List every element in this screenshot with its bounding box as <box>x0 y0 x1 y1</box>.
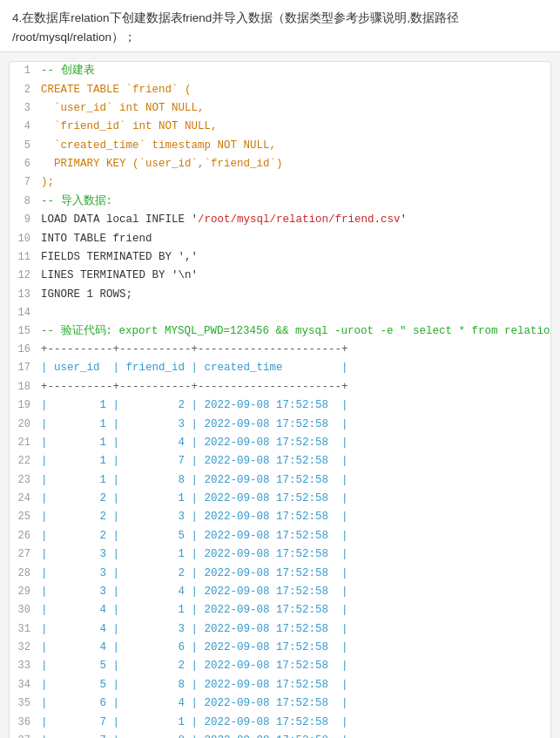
line-code: | 7 | 1 | 2022-09-08 17:52:58 | <box>37 714 551 732</box>
code-line: 35| 6 | 4 | 2022-09-08 17:52:58 | <box>10 694 551 713</box>
line-code: | 1 | 3 | 2022-09-08 17:52:58 | <box>37 416 551 434</box>
code-token: | 3 | 4 | 2022-09-08 17:52:58 | <box>41 586 348 598</box>
line-code: LINES TERMINATED BY '\n' <box>37 267 551 285</box>
code-line: 37| 7 | 8 | 2022-09-08 17:52:58 | <box>10 732 551 738</box>
line-code: `user_id` int NOT NULL, <box>37 99 551 118</box>
code-line: 7); <box>10 173 551 192</box>
line-number: 26 <box>10 527 37 545</box>
line-code: FIELDS TERMINATED BY ',' <box>37 248 551 267</box>
line-code: PRIMARY KEY (`user_id`,`friend_id`) <box>37 155 551 173</box>
code-token: | 4 | 6 | 2022-09-08 17:52:58 | <box>41 641 348 653</box>
code-token: -- 导入数据: <box>41 195 112 207</box>
line-code: | 6 | 4 | 2022-09-08 17:52:58 | <box>37 694 551 713</box>
line-code: | user_id | friend_id | created_time | <box>37 359 551 377</box>
code-line: 10INTO TABLE friend <box>10 230 551 248</box>
line-number: 23 <box>10 471 37 490</box>
code-token: -- 验证代码: export MYSQL_PWD=123456 && mysq… <box>41 325 551 337</box>
code-line: 19| 1 | 2 | 2022-09-08 17:52:58 | <box>10 396 551 415</box>
line-code: | 3 | 2 | 2022-09-08 17:52:58 | <box>37 565 551 583</box>
line-code: +----------+-----------+----------------… <box>37 378 551 396</box>
line-number: 28 <box>10 565 37 583</box>
code-line: 24| 2 | 1 | 2022-09-08 17:52:58 | <box>10 490 551 508</box>
line-code: | 3 | 1 | 2022-09-08 17:52:58 | <box>37 545 551 564</box>
line-number: 10 <box>10 230 37 248</box>
line-code: `created_time` timestamp NOT NULL, <box>37 137 551 155</box>
line-code: | 7 | 8 | 2022-09-08 17:52:58 | <box>37 732 551 738</box>
line-number: 31 <box>10 620 37 639</box>
line-code: -- 验证代码: export MYSQL_PWD=123456 && mysq… <box>37 322 551 341</box>
code-line: 36| 7 | 1 | 2022-09-08 17:52:58 | <box>10 714 551 732</box>
code-token: IGNORE 1 ROWS; <box>41 288 132 301</box>
line-code <box>37 304 551 306</box>
line-number: 7 <box>10 173 37 192</box>
code-line: 17| user_id | friend_id | created_time | <box>10 359 551 377</box>
line-number: 29 <box>10 583 37 601</box>
code-block: 1-- 创建表2CREATE TABLE `friend` (3 `user_i… <box>9 61 551 738</box>
code-line: 32| 4 | 6 | 2022-09-08 17:52:58 | <box>10 639 551 657</box>
code-line: 27| 3 | 1 | 2022-09-08 17:52:58 | <box>10 545 551 564</box>
code-token: | 2 | 3 | 2022-09-08 17:52:58 | <box>41 511 348 523</box>
code-token: | 2 | 1 | 2022-09-08 17:52:58 | <box>41 492 348 504</box>
line-code: | 3 | 4 | 2022-09-08 17:52:58 | <box>37 583 551 601</box>
code-token: | 1 | 3 | 2022-09-08 17:52:58 | <box>41 418 348 430</box>
code-line: 15-- 验证代码: export MYSQL_PWD=123456 && my… <box>10 322 551 341</box>
line-number: 4 <box>10 118 37 136</box>
line-code: -- 导入数据: <box>37 193 551 211</box>
code-token: | 1 | 7 | 2022-09-08 17:52:58 | <box>41 455 348 467</box>
line-number: 24 <box>10 490 37 508</box>
code-line: 16+----------+-----------+--------------… <box>10 341 551 359</box>
code-token: LINES TERMINATED BY '\n' <box>41 269 198 281</box>
line-number: 13 <box>10 286 37 304</box>
line-code: `friend_id` int NOT NULL, <box>37 118 551 136</box>
line-number: 32 <box>10 639 37 657</box>
code-line: 30| 4 | 1 | 2022-09-08 17:52:58 | <box>10 601 551 620</box>
code-line: 9LOAD DATA local INFILE '/root/mysql/rel… <box>10 211 551 229</box>
line-number: 27 <box>10 545 37 564</box>
code-token: ' <box>401 213 408 226</box>
code-token: `user_id` int NOT NULL, <box>41 102 205 114</box>
code-line: 5 `created_time` timestamp NOT NULL, <box>10 137 551 155</box>
line-code: | 1 | 8 | 2022-09-08 17:52:58 | <box>37 471 551 490</box>
line-number: 25 <box>10 508 37 526</box>
line-number: 14 <box>10 304 37 322</box>
line-number: 8 <box>10 193 37 211</box>
code-line: 31| 4 | 3 | 2022-09-08 17:52:58 | <box>10 620 551 639</box>
line-number: 37 <box>10 732 37 738</box>
line-number: 18 <box>10 378 37 396</box>
code-token: | 5 | 2 | 2022-09-08 17:52:58 | <box>41 660 348 672</box>
code-token: | 4 | 1 | 2022-09-08 17:52:58 | <box>41 604 348 616</box>
code-line: 18+----------+-----------+--------------… <box>10 378 551 396</box>
line-number: 5 <box>10 137 37 155</box>
code-token: -- 创建表 <box>41 64 95 77</box>
line-code: +----------+-----------+----------------… <box>37 341 551 359</box>
code-token: ); <box>41 176 54 188</box>
code-token: PRIMARY KEY (`user_id`,`friend_id`) <box>41 158 283 170</box>
line-code: LOAD DATA local INFILE '/root/mysql/rela… <box>37 211 551 229</box>
code-token: | 3 | 2 | 2022-09-08 17:52:58 | <box>41 567 348 579</box>
line-number: 9 <box>10 211 37 229</box>
line-code: | 5 | 2 | 2022-09-08 17:52:58 | <box>37 657 551 675</box>
code-line: 4 `friend_id` int NOT NULL, <box>10 118 551 136</box>
code-line: 12LINES TERMINATED BY '\n' <box>10 267 551 285</box>
line-number: 35 <box>10 694 37 713</box>
line-code: CREATE TABLE `friend` ( <box>37 81 551 99</box>
code-token: | 1 | 4 | 2022-09-08 17:52:58 | <box>41 437 348 449</box>
line-number: 36 <box>10 714 37 732</box>
code-line: 14 <box>10 304 551 322</box>
code-line: 25| 2 | 3 | 2022-09-08 17:52:58 | <box>10 508 551 526</box>
code-table: 1-- 创建表2CREATE TABLE `friend` (3 `user_i… <box>10 62 551 738</box>
line-code: | 4 | 1 | 2022-09-08 17:52:58 | <box>37 601 551 620</box>
line-code: | 1 | 4 | 2022-09-08 17:52:58 | <box>37 434 551 452</box>
code-line: 22| 1 | 7 | 2022-09-08 17:52:58 | <box>10 452 551 471</box>
line-code: | 5 | 8 | 2022-09-08 17:52:58 | <box>37 676 551 694</box>
code-token: | 6 | 4 | 2022-09-08 17:52:58 | <box>41 697 348 709</box>
code-line: 8-- 导入数据: <box>10 193 551 211</box>
line-number: 20 <box>10 416 37 434</box>
code-line: 21| 1 | 4 | 2022-09-08 17:52:58 | <box>10 434 551 452</box>
code-token: | user_id | friend_id | created_time | <box>41 362 348 374</box>
code-token: `created_time` timestamp NOT NULL, <box>41 139 276 152</box>
code-line: 6 PRIMARY KEY (`user_id`,`friend_id`) <box>10 155 551 173</box>
code-token: | 5 | 8 | 2022-09-08 17:52:58 | <box>41 679 348 691</box>
line-number: 34 <box>10 676 37 694</box>
code-token: | 4 | 3 | 2022-09-08 17:52:58 | <box>41 623 348 635</box>
